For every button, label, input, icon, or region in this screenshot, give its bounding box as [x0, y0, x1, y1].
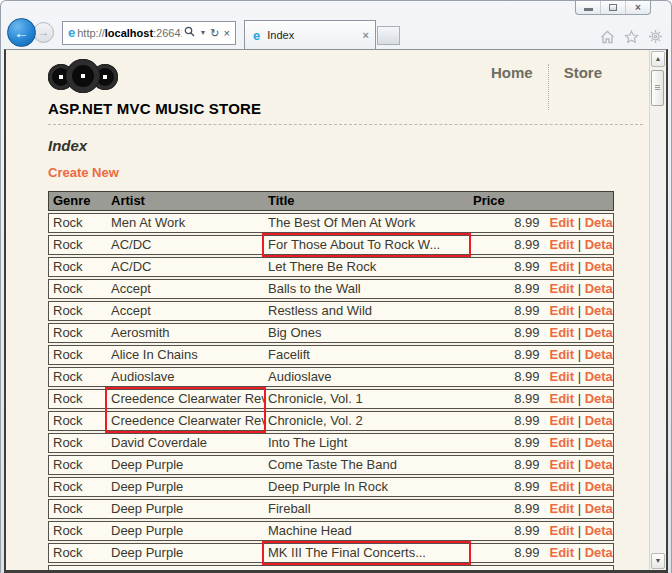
cell-genre: Rock: [48, 521, 107, 541]
scrollbar-thumb[interactable]: [651, 70, 664, 106]
table-row: RockCreedence Clearwater Revi...Chronicl…: [48, 389, 614, 409]
favorites-star-icon[interactable]: [624, 30, 639, 44]
tab-title: Index: [267, 29, 357, 41]
edit-link[interactable]: Edit: [550, 281, 575, 296]
tab-close-icon[interactable]: ×: [363, 29, 369, 41]
edit-link[interactable]: Edit: [550, 259, 575, 274]
details-link[interactable]: Details: [585, 325, 614, 340]
edit-link[interactable]: Edit: [550, 567, 575, 570]
url-tail: :26641/StoreMa: [153, 27, 182, 39]
cell-title: Machine Head: [264, 521, 469, 541]
edit-link[interactable]: Edit: [550, 325, 575, 340]
header-divider: [48, 124, 643, 125]
details-link[interactable]: Details: [585, 501, 614, 516]
cell-genre: Rock: [48, 323, 107, 343]
action-separator: |: [574, 347, 585, 362]
back-button[interactable]: ←: [7, 18, 36, 47]
address-dropdown-icon[interactable]: ▼: [197, 27, 208, 39]
details-link[interactable]: Details: [585, 347, 614, 362]
cell-title: Facelift: [264, 345, 469, 365]
cell-actions: Edit | Details | Delete: [542, 389, 615, 409]
details-link[interactable]: Details: [585, 435, 614, 450]
details-link[interactable]: Details: [585, 391, 614, 406]
back-icon: ←: [14, 24, 29, 41]
cell-artist: Deep Purple: [107, 565, 264, 570]
cell-genre: Rock: [48, 257, 107, 277]
restore-button[interactable]: [601, 1, 626, 14]
details-link[interactable]: Details: [585, 259, 614, 274]
edit-link[interactable]: Edit: [550, 369, 575, 384]
details-link[interactable]: Details: [585, 413, 614, 428]
scroll-down-icon: ▼: [655, 557, 662, 564]
cell-price: 8.99: [469, 433, 542, 453]
scrollbar-track[interactable]: [650, 68, 666, 552]
minimize-button[interactable]: [576, 1, 601, 14]
cell-actions: Edit | Details | Delete: [542, 257, 615, 277]
cell-genre: Rock: [48, 543, 107, 563]
cell-price: 8.99: [469, 257, 542, 277]
table-row: RockAC/DCLet There Be Rock8.99Edit | Det…: [48, 257, 614, 277]
edit-link[interactable]: Edit: [550, 413, 575, 428]
cell-actions: Edit | Details | Delete: [542, 279, 615, 299]
edit-link[interactable]: Edit: [550, 457, 575, 472]
edit-link[interactable]: Edit: [550, 303, 575, 318]
search-icon[interactable]: [182, 26, 197, 39]
details-link[interactable]: Details: [585, 545, 614, 560]
details-link[interactable]: Details: [585, 281, 614, 296]
details-link[interactable]: Details: [585, 237, 614, 252]
action-separator: |: [574, 237, 585, 252]
details-link[interactable]: Details: [585, 457, 614, 472]
cell-artist: Accept: [107, 301, 264, 321]
album-table: Genre Artist Title Price RockMen At Work…: [48, 189, 614, 570]
table-row: RockDeep PurpleDeep Purple In Rock8.99Ed…: [48, 477, 614, 497]
details-link[interactable]: Details: [585, 215, 614, 230]
scroll-up-button[interactable]: ▲: [651, 51, 665, 67]
nav-link-store[interactable]: Store: [549, 64, 617, 81]
edit-link[interactable]: Edit: [550, 215, 575, 230]
cell-price: 8.99: [469, 477, 542, 497]
table-row: RockCreedence Clearwater Revi...Chronicl…: [48, 411, 614, 431]
cell-artist: Creedence Clearwater Revi...: [107, 411, 264, 431]
edit-link[interactable]: Edit: [550, 501, 575, 516]
table-row: RockAcceptRestless and Wild8.99Edit | De…: [48, 301, 614, 321]
url-text[interactable]: http://localhost:26641/StoreMa: [77, 27, 182, 39]
edit-link[interactable]: Edit: [550, 435, 575, 450]
details-link[interactable]: Details: [585, 523, 614, 538]
cell-title: Chronicle, Vol. 1: [264, 389, 469, 409]
cell-actions: Edit | Details | Delete: [542, 411, 615, 431]
address-bar[interactable]: e http://localhost:26641/StoreMa ▼ ↻ ×: [62, 21, 236, 45]
cell-genre: Rock: [48, 499, 107, 519]
edit-link[interactable]: Edit: [550, 391, 575, 406]
details-link[interactable]: Details: [585, 479, 614, 494]
cell-title: For Those About To Rock W...: [264, 235, 469, 255]
cell-price: 8.99: [469, 543, 542, 563]
tab-index[interactable]: e Index ×: [244, 20, 376, 49]
nav-buttons: → ←: [7, 18, 59, 48]
close-button[interactable]: ×: [626, 1, 650, 14]
refresh-icon[interactable]: ↻: [208, 27, 221, 39]
edit-link[interactable]: Edit: [550, 479, 575, 494]
details-link[interactable]: Details: [585, 303, 614, 318]
stop-icon[interactable]: ×: [222, 27, 232, 39]
edit-link[interactable]: Edit: [550, 347, 575, 362]
create-new-link[interactable]: Create New: [48, 165, 119, 180]
cell-actions: Edit | Details | Delete: [542, 235, 615, 255]
forward-button[interactable]: →: [33, 22, 54, 43]
edit-link[interactable]: Edit: [550, 545, 575, 560]
scroll-down-button[interactable]: ▼: [651, 553, 665, 569]
details-link[interactable]: Details: [585, 567, 614, 570]
settings-gear-icon[interactable]: [648, 29, 663, 44]
home-icon[interactable]: [600, 30, 615, 44]
navigation-bar: → ← e http://localhost:26641/StoreMa ▼ ↻…: [1, 16, 671, 49]
vertical-scrollbar[interactable]: ▲ ▼: [649, 50, 666, 570]
action-separator: |: [574, 545, 585, 560]
cell-actions: Edit | Details | Delete: [542, 521, 615, 541]
edit-link[interactable]: Edit: [550, 237, 575, 252]
cell-artist: Deep Purple: [107, 521, 264, 541]
nav-link-home[interactable]: Home: [476, 64, 548, 81]
action-separator: |: [574, 259, 585, 274]
new-tab-button[interactable]: [377, 26, 400, 45]
edit-link[interactable]: Edit: [550, 523, 575, 538]
details-link[interactable]: Details: [585, 369, 614, 384]
cell-artist: Audioslave: [107, 367, 264, 387]
